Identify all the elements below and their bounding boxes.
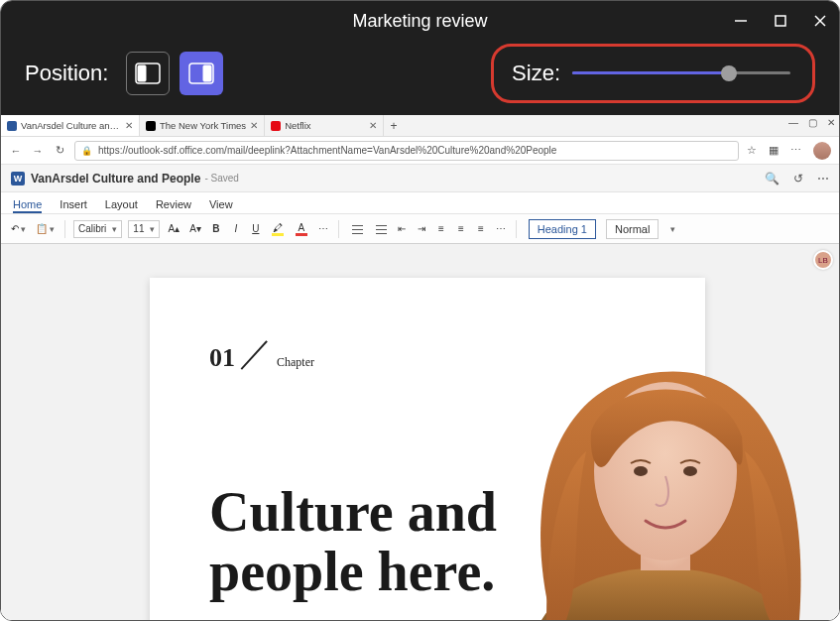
font-size-select[interactable]: 11▾ <box>128 220 160 238</box>
position-label: Position: <box>25 61 108 86</box>
ribbon-tab-review[interactable]: Review <box>156 198 191 213</box>
align-left-icon[interactable]: ≡ <box>434 220 448 238</box>
word-logo-icon: W <box>11 172 25 186</box>
browser-close-icon[interactable]: ✕ <box>827 117 835 128</box>
svg-point-11 <box>683 466 697 476</box>
favorite-icon[interactable]: ☆ <box>747 144 757 157</box>
chapter-number: 01 <box>209 343 235 373</box>
slider-fill <box>572 71 729 74</box>
font-color-button[interactable]: A <box>293 220 310 238</box>
ribbon-tab-layout[interactable]: Layout <box>105 198 138 213</box>
size-control-highlight: Size: <box>491 44 815 103</box>
browser-address-bar: ← → ↻ 🔒 https://outlook-sdf.office.com/m… <box>1 137 839 165</box>
size-slider[interactable] <box>572 63 790 83</box>
minimize-button[interactable] <box>732 12 750 30</box>
underline-button[interactable]: U <box>249 220 263 238</box>
line-spacing-icon[interactable]: ≡ <box>474 220 488 238</box>
new-tab-button[interactable]: + <box>384 115 404 136</box>
word-title-bar: W VanArsdel Culture and People - Saved 🔍… <box>1 165 839 192</box>
browser-tab[interactable]: Netflix ✕ <box>265 115 384 136</box>
favicon-icon <box>271 121 281 131</box>
align-center-icon[interactable]: ≡ <box>454 220 468 238</box>
more-paragraph-icon[interactable]: ⋯ <box>494 220 508 238</box>
title-bar: Marketing review <box>1 1 839 41</box>
ribbon-tab-insert[interactable]: Insert <box>60 198 87 213</box>
style-normal[interactable]: Normal <box>606 219 659 239</box>
person-image <box>492 322 829 620</box>
ribbon-toolbar: ↶▾ 📋▾ Calibri▾ 11▾ A▴ A▾ B I U 🖍 A ⋯ ⇤ ⇥… <box>1 214 839 244</box>
bullets-icon[interactable] <box>347 220 365 238</box>
browser-tab-strip: VanArsdel Culture and peo... ✕ The New Y… <box>1 115 839 137</box>
favicon-icon <box>146 121 156 131</box>
chapter-label: Chapter <box>277 355 314 370</box>
tab-close-icon[interactable]: ✕ <box>125 120 133 131</box>
presence-avatar[interactable]: LB <box>813 250 833 270</box>
svg-rect-1 <box>776 16 785 26</box>
position-right-button[interactable] <box>180 52 223 95</box>
numbering-icon[interactable] <box>371 220 389 238</box>
close-button[interactable] <box>811 12 829 30</box>
shrink-font-icon[interactable]: A▾ <box>187 220 203 238</box>
browser-maximize-icon[interactable]: ▢ <box>808 117 817 128</box>
svg-rect-7 <box>203 65 211 81</box>
italic-button[interactable]: I <box>229 220 243 238</box>
app-launcher-icon[interactable]: ⋯ <box>817 172 829 186</box>
document-canvas[interactable]: LB 01 ／ Chapter Culture and people here. <box>1 244 839 620</box>
maximize-button[interactable] <box>772 12 789 30</box>
undo-icon[interactable]: ↶▾ <box>9 220 28 238</box>
ribbon-tab-view[interactable]: View <box>209 198 233 213</box>
ribbon-tab-home[interactable]: Home <box>13 198 42 213</box>
nav-refresh-icon[interactable]: ↻ <box>53 144 66 157</box>
menu-icon[interactable]: ⋯ <box>790 144 801 157</box>
svg-point-10 <box>634 466 648 476</box>
browser-tab[interactable]: VanArsdel Culture and peo... ✕ <box>1 115 140 136</box>
browser-tab[interactable]: The New York Times ✕ <box>140 115 265 136</box>
increase-indent-icon[interactable]: ⇥ <box>415 220 428 238</box>
svg-rect-5 <box>138 65 146 81</box>
tab-close-icon[interactable]: ✕ <box>250 120 258 131</box>
extensions-icon[interactable]: ▦ <box>769 144 779 157</box>
nav-back-icon[interactable]: ← <box>9 145 23 157</box>
font-family-select[interactable]: Calibri▾ <box>73 220 122 238</box>
highlight-color-button[interactable]: 🖍 <box>269 220 287 238</box>
nav-forward-icon[interactable]: → <box>31 145 45 157</box>
more-font-icon[interactable]: ⋯ <box>316 220 330 238</box>
decrease-indent-icon[interactable]: ⇤ <box>395 220 409 238</box>
lock-icon: 🔒 <box>81 146 92 156</box>
window-title: Marketing review <box>352 11 487 32</box>
search-icon[interactable]: 🔍 <box>765 172 780 186</box>
styles-more-icon[interactable]: ▾ <box>664 220 678 238</box>
paste-icon[interactable]: 📋▾ <box>34 220 57 238</box>
url-input[interactable]: 🔒 https://outlook-sdf.office.com/mail/de… <box>74 141 739 161</box>
slider-thumb[interactable] <box>721 65 737 81</box>
style-heading1[interactable]: Heading 1 <box>529 219 596 239</box>
url-text: https://outlook-sdf.office.com/mail/deep… <box>98 145 556 156</box>
document-name: VanArsdel Culture and People <box>31 172 200 186</box>
size-label: Size: <box>512 61 560 86</box>
bold-button[interactable]: B <box>209 220 223 238</box>
tab-label: Netflix <box>285 120 365 131</box>
browser-minimize-icon[interactable]: — <box>788 117 798 128</box>
chapter-slash: ／ <box>239 330 273 376</box>
position-left-button[interactable] <box>126 52 170 95</box>
favicon-icon <box>7 121 17 131</box>
saved-indicator: - Saved <box>204 173 238 184</box>
ribbon-tabs: Home Insert Layout Review View <box>1 192 839 214</box>
grow-font-icon[interactable]: A▴ <box>166 220 181 238</box>
profile-avatar-icon[interactable] <box>813 142 831 160</box>
tab-close-icon[interactable]: ✕ <box>369 120 377 131</box>
tab-label: VanArsdel Culture and peo... <box>21 120 121 131</box>
history-icon[interactable]: ↺ <box>793 172 803 186</box>
tab-label: The New York Times <box>160 120 246 131</box>
